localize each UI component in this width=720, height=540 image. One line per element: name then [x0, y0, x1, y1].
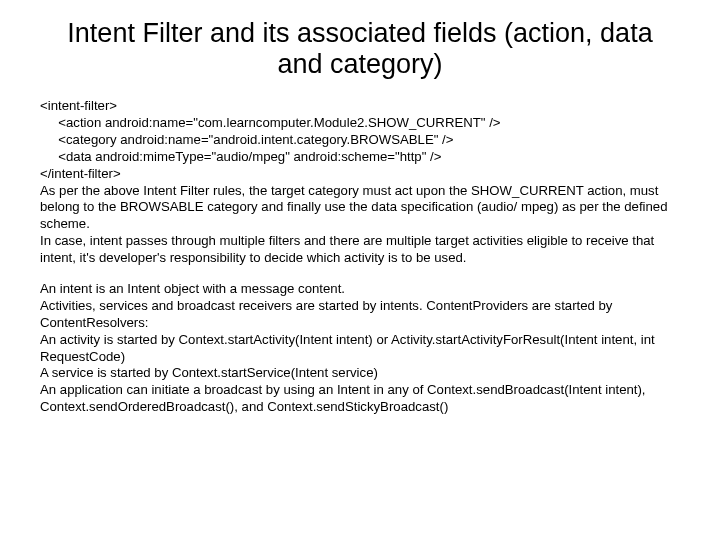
slide-body: <intent-filter> <action android:name="co…: [40, 98, 680, 416]
code-line-5: </intent-filter>: [40, 166, 680, 183]
paragraph-2: In case, intent passes through multiple …: [40, 233, 680, 267]
code-line-4: <data android:mimeType="audio/mpeg" andr…: [40, 149, 680, 166]
paragraph-3: An intent is an Intent object with a mes…: [40, 281, 680, 298]
code-line-1: <intent-filter>: [40, 98, 680, 115]
slide: Intent Filter and its associated fields …: [0, 0, 720, 540]
paragraph-5: An activity is started by Context.startA…: [40, 332, 680, 366]
slide-title: Intent Filter and its associated fields …: [40, 18, 680, 80]
code-line-3: <category android:name="android.intent.c…: [40, 132, 680, 149]
paragraph-1: As per the above Intent Filter rules, th…: [40, 183, 680, 234]
paragraph-7: An application can initiate a broadcast …: [40, 382, 680, 416]
spacer: [40, 267, 680, 281]
code-line-2: <action android:name="com.learncomputer.…: [40, 115, 680, 132]
paragraph-4: Activities, services and broadcast recei…: [40, 298, 680, 332]
paragraph-6: A service is started by Context.startSer…: [40, 365, 680, 382]
